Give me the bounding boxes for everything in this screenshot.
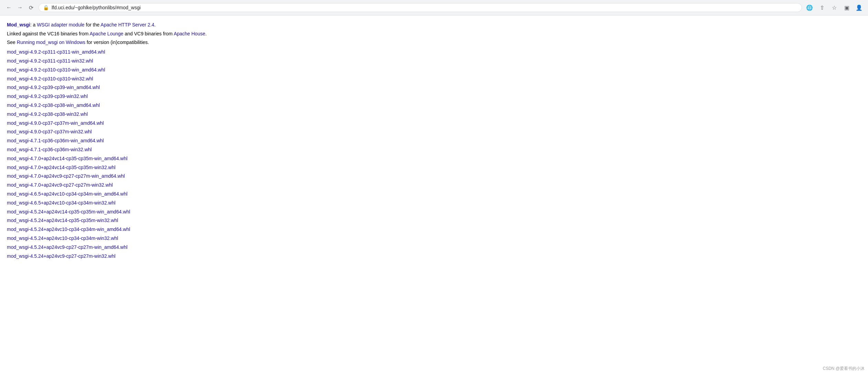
intro-line-1: Mod_wsgi: a WSGI adapter module for the … xyxy=(7,21,861,29)
wsgi-adapter-link[interactable]: WSGI adapter module xyxy=(37,22,85,27)
apache-http-server-link[interactable]: Apache HTTP Server 2.4 xyxy=(100,22,154,27)
file-link[interactable]: mod_wsgi-4.9.0-cp37-cp37m-win32.whl xyxy=(7,128,861,136)
file-link[interactable]: mod_wsgi-4.7.0+ap24vc14-cp35-cp35m-win32… xyxy=(7,164,861,172)
file-link[interactable]: mod_wsgi-4.5.24+ap24vc10-cp34-cp34m-win3… xyxy=(7,234,861,243)
reload-button[interactable]: ⟳ xyxy=(26,3,36,12)
file-link[interactable]: mod_wsgi-4.9.2-cp38-cp38-win32.whl xyxy=(7,110,861,119)
running-mod-wsgi-link[interactable]: Running mod_wsgi on Windows xyxy=(17,40,85,45)
file-link-list: mod_wsgi-4.9.2-cp311-cp311-win_amd64.whl… xyxy=(7,48,861,260)
toolbar-actions: 🌐 ⇧ ☆ ▣ 👤 xyxy=(805,3,864,12)
file-link[interactable]: mod_wsgi-4.7.0+ap24vc9-cp27-cp27m-win32.… xyxy=(7,181,861,189)
browser-toolbar: ← → ⟳ 🔒 🌐 ⇧ ☆ ▣ 👤 xyxy=(0,0,868,15)
file-link[interactable]: mod_wsgi-4.5.24+ap24vc9-cp27-cp27m-win32… xyxy=(7,252,861,261)
file-link[interactable]: mod_wsgi-4.6.5+ap24vc10-cp34-cp34m-win32… xyxy=(7,199,861,207)
forward-button[interactable]: → xyxy=(15,3,25,12)
file-link[interactable]: mod_wsgi-4.5.24+ap24vc14-cp35-cp35m-win_… xyxy=(7,208,861,216)
apache-house-link[interactable]: Apache House xyxy=(174,31,205,36)
file-link[interactable]: mod_wsgi-4.7.0+ap24vc9-cp27-cp27m-win_am… xyxy=(7,172,861,180)
file-link[interactable]: mod_wsgi-4.7.1-cp36-cp36m-win32.whl xyxy=(7,146,861,154)
file-link[interactable]: mod_wsgi-4.9.2-cp38-cp38-win_amd64.whl xyxy=(7,101,861,110)
nav-buttons: ← → ⟳ xyxy=(4,3,36,12)
file-link[interactable]: mod_wsgi-4.9.2-cp39-cp39-win32.whl xyxy=(7,92,861,101)
lock-icon: 🔒 xyxy=(43,5,49,10)
browser-chrome: ← → ⟳ 🔒 🌐 ⇧ ☆ ▣ 👤 xyxy=(0,0,868,15)
file-link[interactable]: mod_wsgi-4.9.2-cp311-cp311-win32.whl xyxy=(7,57,861,65)
mod-wsgi-bold-link[interactable]: Mod_wsgi xyxy=(7,22,30,27)
file-link[interactable]: mod_wsgi-4.9.2-cp311-cp311-win_amd64.whl xyxy=(7,48,861,56)
file-link[interactable]: mod_wsgi-4.7.0+ap24vc14-cp35-cp35m-win_a… xyxy=(7,155,861,163)
profile-button[interactable]: 👤 xyxy=(854,3,864,12)
intro-line-3: See Running mod_wsgi on Windows for vers… xyxy=(7,38,861,46)
file-link[interactable]: mod_wsgi-4.5.24+ap24vc10-cp34-cp34m-win_… xyxy=(7,225,861,234)
file-link[interactable]: mod_wsgi-4.9.2-cp39-cp39-win_amd64.whl xyxy=(7,84,861,92)
apache-lounge-link[interactable]: Apache Lounge xyxy=(89,31,123,36)
share-button[interactable]: ⇧ xyxy=(817,3,827,12)
bookmark-button[interactable]: ☆ xyxy=(829,3,839,12)
file-link[interactable]: mod_wsgi-4.9.2-cp310-cp310-win32.whl xyxy=(7,75,861,83)
intro-line-2: Linked against the VC16 binaries from Ap… xyxy=(7,30,861,37)
page-content: Mod_wsgi: a WSGI adapter module for the … xyxy=(0,15,868,266)
split-view-button[interactable]: ▣ xyxy=(842,3,851,12)
file-link[interactable]: mod_wsgi-4.7.1-cp36-cp36m-win_amd64.whl xyxy=(7,137,861,145)
file-link[interactable]: mod_wsgi-4.9.2-cp310-cp310-win_amd64.whl xyxy=(7,66,861,74)
file-link[interactable]: mod_wsgi-4.5.24+ap24vc14-cp35-cp35m-win3… xyxy=(7,217,861,225)
address-bar[interactable] xyxy=(52,5,797,10)
file-link[interactable]: mod_wsgi-4.6.5+ap24vc10-cp34-cp34m-win_a… xyxy=(7,190,861,198)
address-bar-container: 🔒 xyxy=(39,3,802,12)
file-link[interactable]: mod_wsgi-4.5.24+ap24vc9-cp27-cp27m-win_a… xyxy=(7,243,861,252)
file-link[interactable]: mod_wsgi-4.9.0-cp37-cp37m-win_amd64.whl xyxy=(7,119,861,128)
back-button[interactable]: ← xyxy=(4,3,14,12)
translate-button[interactable]: 🌐 xyxy=(805,3,814,12)
